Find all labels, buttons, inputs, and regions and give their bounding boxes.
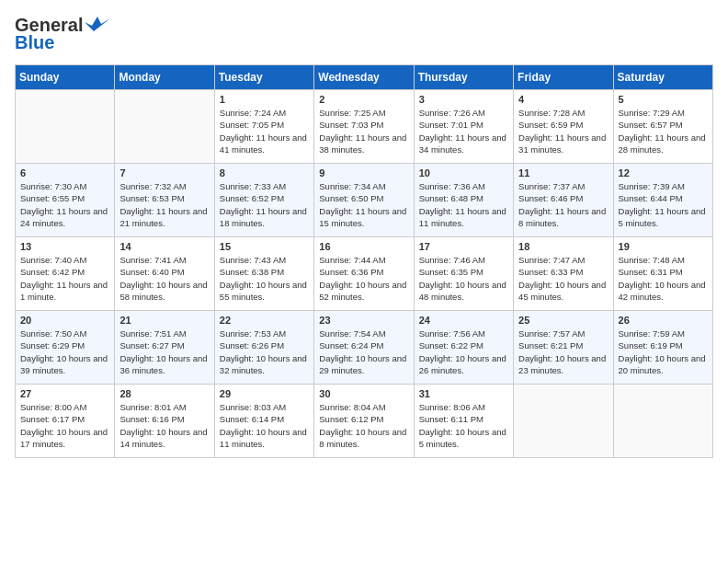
day-of-week-header: Friday [514,65,613,90]
calendar-day-cell: 11Sunrise: 7:37 AMSunset: 6:46 PMDayligh… [514,164,613,237]
day-number: 3 [419,94,508,105]
day-info: Sunrise: 7:57 AMSunset: 6:21 PMDaylight:… [518,327,608,376]
day-info: Sunrise: 7:41 AMSunset: 6:40 PMDaylight:… [119,254,209,303]
day-info: Sunrise: 7:40 AMSunset: 6:42 PMDaylight:… [20,254,109,303]
calendar-day-cell: 29Sunrise: 8:03 AMSunset: 6:14 PMDayligh… [214,385,313,458]
day-info: Sunrise: 7:51 AMSunset: 6:27 PMDaylight:… [119,327,209,376]
day-info: Sunrise: 7:56 AMSunset: 6:22 PMDaylight:… [419,327,508,376]
calendar-day-cell [514,385,613,458]
day-info: Sunrise: 7:54 AMSunset: 6:24 PMDaylight:… [319,327,408,376]
day-of-week-header: Thursday [414,65,513,90]
calendar-day-cell: 15Sunrise: 7:43 AMSunset: 6:38 PMDayligh… [214,237,313,311]
page-header: General Blue [15,15,713,53]
day-info: Sunrise: 7:44 AMSunset: 6:36 PMDaylight:… [319,254,408,303]
calendar-header-row: SundayMondayTuesdayWednesdayThursdayFrid… [16,65,713,90]
day-info: Sunrise: 7:53 AMSunset: 6:26 PMDaylight:… [220,327,309,376]
calendar-day-cell: 30Sunrise: 8:04 AMSunset: 6:12 PMDayligh… [314,385,414,458]
calendar-week-row: 13Sunrise: 7:40 AMSunset: 6:42 PMDayligh… [16,237,713,311]
day-number: 7 [119,167,209,178]
day-number: 14 [119,241,209,252]
day-number: 22 [220,315,309,326]
day-info: Sunrise: 8:01 AMSunset: 6:16 PMDaylight:… [119,401,209,450]
day-of-week-header: Saturday [613,65,712,90]
day-number: 18 [518,241,608,252]
day-info: Sunrise: 7:33 AMSunset: 6:52 PMDaylight:… [220,180,309,229]
calendar-day-cell: 7Sunrise: 7:32 AMSunset: 6:53 PMDaylight… [115,164,214,237]
day-number: 4 [518,94,608,105]
day-info: Sunrise: 7:26 AMSunset: 7:01 PMDaylight:… [419,107,508,155]
calendar-week-row: 6Sunrise: 7:30 AMSunset: 6:55 PMDaylight… [16,164,713,237]
day-info: Sunrise: 7:37 AMSunset: 6:46 PMDaylight:… [518,180,608,229]
day-number: 12 [619,167,708,178]
day-number: 2 [319,94,408,105]
day-number: 21 [119,315,209,326]
calendar-table: SundayMondayTuesdayWednesdayThursdayFrid… [15,64,713,458]
day-info: Sunrise: 7:28 AMSunset: 6:59 PMDaylight:… [518,107,608,155]
calendar-week-row: 1Sunrise: 7:24 AMSunset: 7:05 PMDaylight… [16,90,713,164]
day-info: Sunrise: 7:43 AMSunset: 6:38 PMDaylight:… [220,254,309,303]
day-info: Sunrise: 8:06 AMSunset: 6:11 PMDaylight:… [419,401,508,450]
day-info: Sunrise: 7:30 AMSunset: 6:55 PMDaylight:… [20,180,109,229]
calendar-day-cell: 10Sunrise: 7:36 AMSunset: 6:48 PMDayligh… [414,164,513,237]
calendar-day-cell: 24Sunrise: 7:56 AMSunset: 6:22 PMDayligh… [414,311,513,385]
calendar-day-cell: 8Sunrise: 7:33 AMSunset: 6:52 PMDaylight… [214,164,313,237]
calendar-day-cell: 13Sunrise: 7:40 AMSunset: 6:42 PMDayligh… [16,237,115,311]
day-number: 16 [319,241,408,252]
day-number: 6 [20,167,109,178]
day-info: Sunrise: 7:39 AMSunset: 6:44 PMDaylight:… [619,180,708,229]
day-number: 5 [619,94,708,105]
svg-marker-0 [85,17,110,31]
calendar-day-cell: 22Sunrise: 7:53 AMSunset: 6:26 PMDayligh… [214,311,313,385]
day-number: 10 [419,167,508,178]
calendar-day-cell: 1Sunrise: 7:24 AMSunset: 7:05 PMDaylight… [214,90,313,164]
calendar-day-cell: 5Sunrise: 7:29 AMSunset: 6:57 PMDaylight… [613,90,712,164]
day-info: Sunrise: 7:47 AMSunset: 6:33 PMDaylight:… [518,254,608,303]
day-number: 1 [220,94,309,105]
calendar-day-cell: 20Sunrise: 7:50 AMSunset: 6:29 PMDayligh… [16,311,115,385]
calendar-day-cell: 18Sunrise: 7:47 AMSunset: 6:33 PMDayligh… [514,237,613,311]
day-info: Sunrise: 8:00 AMSunset: 6:17 PMDaylight:… [20,401,109,450]
calendar-week-row: 27Sunrise: 8:00 AMSunset: 6:17 PMDayligh… [16,385,713,458]
day-of-week-header: Wednesday [314,65,414,90]
calendar-day-cell: 9Sunrise: 7:34 AMSunset: 6:50 PMDaylight… [314,164,414,237]
day-info: Sunrise: 7:25 AMSunset: 7:03 PMDaylight:… [319,107,408,155]
day-of-week-header: Monday [115,65,214,90]
calendar-day-cell: 27Sunrise: 8:00 AMSunset: 6:17 PMDayligh… [16,385,115,458]
day-number: 29 [220,388,309,399]
calendar-day-cell: 19Sunrise: 7:48 AMSunset: 6:31 PMDayligh… [613,237,712,311]
day-number: 31 [419,388,508,399]
calendar-week-row: 20Sunrise: 7:50 AMSunset: 6:29 PMDayligh… [16,311,713,385]
calendar-day-cell: 2Sunrise: 7:25 AMSunset: 7:03 PMDaylight… [314,90,414,164]
day-number: 26 [619,315,708,326]
day-info: Sunrise: 7:50 AMSunset: 6:29 PMDaylight:… [20,327,109,376]
day-info: Sunrise: 7:48 AMSunset: 6:31 PMDaylight:… [619,254,708,303]
day-info: Sunrise: 8:04 AMSunset: 6:12 PMDaylight:… [319,401,408,450]
calendar-day-cell: 26Sunrise: 7:59 AMSunset: 6:19 PMDayligh… [613,311,712,385]
day-info: Sunrise: 7:34 AMSunset: 6:50 PMDaylight:… [319,180,408,229]
day-info: Sunrise: 7:29 AMSunset: 6:57 PMDaylight:… [619,107,708,155]
day-of-week-header: Sunday [16,65,115,90]
calendar-day-cell: 3Sunrise: 7:26 AMSunset: 7:01 PMDaylight… [414,90,513,164]
calendar-day-cell [613,385,712,458]
calendar-day-cell [115,90,214,164]
calendar-day-cell: 4Sunrise: 7:28 AMSunset: 6:59 PMDaylight… [514,90,613,164]
calendar-day-cell: 31Sunrise: 8:06 AMSunset: 6:11 PMDayligh… [414,385,513,458]
day-info: Sunrise: 8:03 AMSunset: 6:14 PMDaylight:… [220,401,309,450]
day-number: 17 [419,241,508,252]
calendar-day-cell: 16Sunrise: 7:44 AMSunset: 6:36 PMDayligh… [314,237,414,311]
calendar-day-cell [16,90,115,164]
day-number: 9 [319,167,408,178]
day-of-week-header: Tuesday [214,65,313,90]
day-number: 20 [20,315,109,326]
day-number: 11 [518,167,608,178]
calendar-day-cell: 17Sunrise: 7:46 AMSunset: 6:35 PMDayligh… [414,237,513,311]
day-number: 23 [319,315,408,326]
calendar-day-cell: 12Sunrise: 7:39 AMSunset: 6:44 PMDayligh… [613,164,712,237]
logo: General Blue [15,15,110,53]
day-number: 27 [20,388,109,399]
day-info: Sunrise: 7:59 AMSunset: 6:19 PMDaylight:… [619,327,708,376]
day-number: 24 [419,315,508,326]
calendar-day-cell: 6Sunrise: 7:30 AMSunset: 6:55 PMDaylight… [16,164,115,237]
day-info: Sunrise: 7:32 AMSunset: 6:53 PMDaylight:… [119,180,209,229]
day-number: 8 [220,167,309,178]
